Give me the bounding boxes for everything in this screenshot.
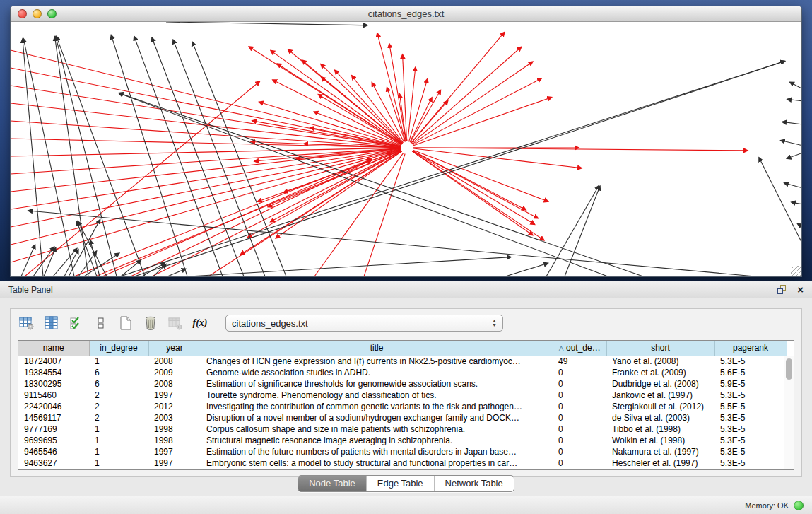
- table-cell[interactable]: 1: [89, 457, 148, 469]
- table-cell[interactable]: 22420046: [18, 401, 89, 412]
- table-cell[interactable]: 5.5E-5: [714, 401, 787, 412]
- table-cell[interactable]: 0: [553, 457, 606, 469]
- column-header-year[interactable]: year: [148, 341, 201, 356]
- table-cell[interactable]: Yano et al. (2008): [606, 356, 714, 367]
- zoom-window-button[interactable]: [47, 9, 57, 18]
- table-cell[interactable]: 0: [553, 424, 606, 435]
- table-row[interactable]: 1456911722003Disruption of a novel membe…: [18, 412, 787, 424]
- network-canvas[interactable]: [11, 22, 801, 276]
- table-cell[interactable]: Jankovic et al. (1997): [606, 390, 714, 401]
- window-resize-grip[interactable]: [791, 266, 801, 276]
- table-row[interactable]: 2242004622012Investigating the contribut…: [18, 401, 787, 412]
- table-cell[interactable]: 1: [89, 424, 148, 435]
- column-header-in-degree[interactable]: in_degree: [89, 341, 148, 356]
- table-cell[interactable]: Franke et al. (2009): [606, 367, 714, 378]
- table-cell[interactable]: 2008: [148, 356, 201, 367]
- table-cell[interactable]: Changes of HCN gene expression and I(f) …: [201, 356, 553, 367]
- table-cell[interactable]: 6: [89, 367, 148, 378]
- table-cell[interactable]: 1: [89, 356, 148, 367]
- table-cell[interactable]: Embryonic stem cells: a model to study s…: [201, 457, 553, 469]
- table-cell[interactable]: Genome-wide association studies in ADHD.: [201, 367, 553, 378]
- table-cell[interactable]: 1997: [148, 457, 201, 469]
- column-header-title[interactable]: title: [201, 341, 553, 356]
- table-cell[interactable]: 5.6E-5: [714, 367, 787, 378]
- table-cell[interactable]: 0: [553, 390, 606, 401]
- table-cell[interactable]: Wolkin et al. (1998): [606, 435, 714, 446]
- tab-network-table[interactable]: Network Table: [434, 476, 514, 491]
- table-row[interactable]: 946554611997Estimation of the future num…: [18, 446, 787, 457]
- tab-edge-table[interactable]: Edge Table: [366, 476, 434, 491]
- table-cell[interactable]: 1997: [148, 390, 201, 401]
- table-cell[interactable]: Tibbo et al. (1998): [606, 424, 714, 435]
- show-columns-icon[interactable]: [42, 314, 61, 332]
- table-cell[interactable]: Nakamura et al. (1997): [606, 446, 714, 457]
- table-cell[interactable]: Stergiakouli et al. (2012): [606, 401, 714, 412]
- table-cell[interactable]: 0: [553, 401, 606, 412]
- table-cell[interactable]: 6: [89, 378, 148, 390]
- table-cell[interactable]: 0: [553, 378, 606, 390]
- table-cell[interactable]: 1997: [148, 446, 201, 457]
- table-row[interactable]: 1938455462009Genome-wide association stu…: [18, 367, 787, 378]
- table-settings-icon[interactable]: [18, 314, 36, 332]
- table-cell[interactable]: Tourette syndrome. Phenomenology and cla…: [201, 390, 553, 401]
- minimize-window-button[interactable]: [33, 9, 42, 18]
- table-cell[interactable]: 5.3E-5: [714, 446, 787, 457]
- table-cell[interactable]: Estimation of the future numbers of pati…: [201, 446, 553, 457]
- table-cell[interactable]: 9463627: [18, 457, 89, 469]
- table-cell[interactable]: 5.9E-5: [714, 378, 787, 390]
- table-cell[interactable]: 5.3E-5: [714, 457, 787, 469]
- table-cell[interactable]: 2: [89, 412, 148, 424]
- table-cell[interactable]: 0: [553, 435, 606, 446]
- table-cell[interactable]: 0: [553, 446, 606, 457]
- function-builder-icon[interactable]: f(x): [191, 314, 209, 332]
- table-cell[interactable]: 5.3E-5: [714, 390, 787, 401]
- table-row[interactable]: 1830029562008Estimation of significance …: [18, 378, 787, 390]
- table-scrollbar-thumb[interactable]: [786, 358, 792, 380]
- table-row[interactable]: 977716911998Corpus callosum shape and si…: [18, 424, 787, 435]
- table-cell[interactable]: 2: [89, 401, 148, 412]
- table-cell[interactable]: 9777169: [18, 424, 89, 435]
- table-cell[interactable]: 0: [553, 367, 606, 378]
- new-table-icon[interactable]: [117, 314, 135, 332]
- table-cell[interactable]: 5.3E-5: [714, 356, 787, 367]
- table-cell[interactable]: 2: [89, 390, 148, 401]
- table-cell[interactable]: Hescheler et al. (1997): [606, 457, 714, 469]
- table-cell[interactable]: 2009: [148, 367, 201, 378]
- citation-network-graph[interactable]: [11, 22, 801, 276]
- table-cell[interactable]: 5.3E-5: [714, 412, 787, 424]
- column-header-pagerank[interactable]: pagerank: [714, 341, 787, 356]
- table-cell[interactable]: 0: [553, 412, 606, 424]
- table-cell[interactable]: de Silva et al. (2003): [606, 412, 714, 424]
- table-row[interactable]: 911546021997Tourette syndrome. Phenomeno…: [18, 390, 787, 401]
- table-cell[interactable]: 2008: [148, 378, 201, 390]
- table-cell[interactable]: 5.3E-5: [714, 435, 787, 446]
- table-cell[interactable]: 9699695: [18, 435, 89, 446]
- network-window-titlebar[interactable]: citations_edges.txt: [11, 6, 801, 22]
- tab-node-table[interactable]: Node Table: [298, 476, 366, 491]
- table-cell[interactable]: 18300295: [18, 378, 89, 390]
- select-rows-icon[interactable]: [67, 314, 86, 332]
- table-cell[interactable]: 5.3E-5: [714, 424, 787, 435]
- table-cell[interactable]: 14569117: [18, 412, 89, 424]
- row-height-icon[interactable]: [92, 314, 110, 332]
- delete-table-icon[interactable]: [141, 314, 160, 332]
- table-cell[interactable]: Structural magnetic resonance image aver…: [201, 435, 553, 446]
- table-cell[interactable]: Investigating the contribution of common…: [201, 401, 553, 412]
- table-row[interactable]: 1872400712008Changes of HCN gene express…: [18, 356, 787, 367]
- close-window-button[interactable]: [18, 9, 27, 18]
- table-select-dropdown[interactable]: citations_edges.txt ▲▼: [225, 315, 503, 332]
- table-cell[interactable]: 18724007: [18, 356, 89, 367]
- table-cell[interactable]: 2012: [148, 401, 201, 412]
- table-cell[interactable]: Disruption of a novel member of a sodium…: [201, 412, 553, 424]
- table-cell[interactable]: Estimation of significance thresholds fo…: [201, 378, 553, 390]
- table-cell[interactable]: 1: [89, 435, 148, 446]
- column-header-name[interactable]: name: [18, 341, 89, 356]
- table-cell[interactable]: 9115460: [18, 390, 89, 401]
- table-cell[interactable]: Dudbridge et al. (2008): [606, 378, 714, 390]
- table-row[interactable]: 946362711997Embryonic stem cells: a mode…: [18, 457, 787, 469]
- column-header-out-de-[interactable]: △out_de…: [553, 341, 606, 356]
- table-cell[interactable]: 9465546: [18, 446, 89, 457]
- table-cell[interactable]: 49: [553, 356, 606, 367]
- table-cell[interactable]: 1998: [148, 424, 201, 435]
- table-cell[interactable]: 19384554: [18, 367, 89, 378]
